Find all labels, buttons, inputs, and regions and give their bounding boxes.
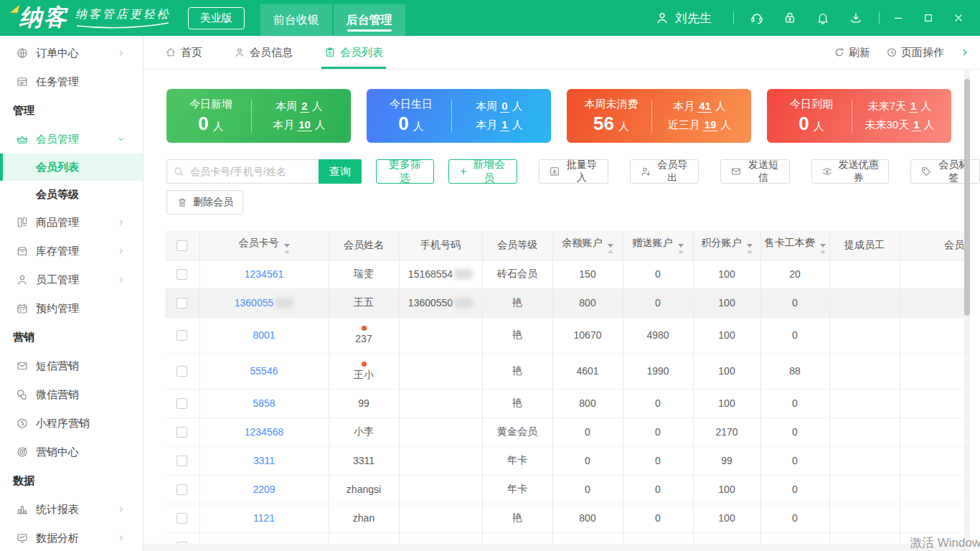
sidebar-item-0[interactable]: 订单中心 — [0, 39, 143, 67]
cell-level: 艳 — [482, 504, 552, 532]
sidebar-subitem-4[interactable]: 会员列表 — [0, 154, 143, 181]
member-card-link[interactable]: 1360055 — [235, 297, 274, 309]
sort-icon[interactable] — [284, 244, 290, 253]
sidebar-item-12[interactable]: 微信营销 — [0, 380, 143, 409]
tag-icon — [920, 166, 932, 177]
bell-icon[interactable] — [816, 11, 830, 25]
member-card-link[interactable]: 1121 — [253, 512, 275, 524]
user-menu[interactable]: 刘先生 — [655, 10, 712, 27]
member-card-link[interactable]: 55546 — [250, 365, 278, 377]
stat-row-value[interactable]: 0 — [500, 100, 509, 113]
sidebar-subitem-5[interactable]: 会员等级 — [0, 181, 143, 208]
delete-member-button[interactable]: 删除会员 — [166, 190, 243, 215]
sidebar-item-3[interactable]: 会员管理 — [0, 125, 143, 154]
column-header-7[interactable]: 售卡工本费 — [760, 231, 829, 260]
chevron-right-icon — [117, 218, 126, 227]
button-label: 新增会员 — [471, 158, 507, 185]
column-header-0[interactable]: 会员卡号 — [199, 231, 329, 260]
search-input[interactable] — [166, 159, 319, 184]
stat-card-title: 今日生日 — [390, 98, 433, 111]
stat-row-value[interactable]: 1 — [909, 100, 918, 113]
toolbar-row2: 删除会员 — [166, 190, 980, 215]
edition-button[interactable]: 美业版 — [188, 7, 245, 29]
topbar-tab-admin[interactable]: 后台管理 — [334, 4, 405, 36]
member-card-link[interactable]: 5858 — [253, 397, 275, 409]
sidebar-item-7[interactable]: 库存管理 — [0, 237, 143, 265]
window-controls — [892, 12, 964, 24]
headset-icon[interactable] — [750, 11, 764, 25]
send-coupon-button[interactable]: 发送优惠券 — [811, 159, 890, 184]
stat-row-value[interactable]: 1 — [500, 118, 509, 131]
add-member-button[interactable]: 新增会员 — [448, 159, 517, 184]
sidebar-item-1[interactable]: 任务管理 — [0, 67, 143, 96]
stat-row-value[interactable]: 2 — [300, 100, 308, 113]
page-action-refresh[interactable]: 刷新 — [834, 46, 870, 60]
column-header-6[interactable]: 积分账户 — [693, 231, 760, 260]
row-checkbox[interactable] — [176, 398, 187, 409]
sidebar-item-16[interactable]: 统计报表 — [0, 495, 143, 524]
miniapp-icon — [16, 417, 29, 430]
sort-icon[interactable] — [678, 244, 684, 253]
stat-card-breakdown: 未来7天1人未来30天1人 — [852, 100, 947, 132]
row-checkbox[interactable] — [176, 298, 187, 309]
row-checkbox[interactable] — [176, 269, 187, 280]
stat-row-unit: 人 — [512, 100, 523, 112]
member-card-link[interactable]: 1234568 — [245, 426, 284, 438]
page-action-operations[interactable]: 页面操作 — [886, 46, 944, 60]
row-checkbox[interactable] — [176, 427, 187, 438]
member-card-link[interactable]: 1234561 — [245, 268, 284, 280]
member-card-link[interactable]: 8001 — [253, 329, 275, 341]
sort-icon[interactable] — [747, 244, 753, 253]
member-card-link[interactable]: 3311 — [253, 455, 275, 466]
cell-fee: 0 — [760, 504, 829, 532]
row-checkbox[interactable] — [176, 456, 187, 466]
sidebar-item-label: 数据分析 — [36, 532, 79, 545]
marketing-icon — [16, 446, 29, 458]
sidebar-item-6[interactable]: 商品管理 — [0, 208, 143, 237]
sort-icon[interactable] — [608, 244, 613, 253]
minimize-icon[interactable] — [892, 12, 904, 24]
cell-gift: 0 — [623, 288, 693, 317]
stat-row-unit: 人 — [512, 118, 523, 131]
send-sms-button[interactable]: 发送短信 — [720, 159, 790, 184]
button-label: 批量导入 — [565, 159, 598, 184]
stat-card-breakdown: 本周0人本月1人 — [452, 100, 547, 132]
row-checkbox[interactable] — [176, 484, 187, 495]
sidebar-item-13[interactable]: 小程序营销 — [0, 409, 143, 438]
column-header-4[interactable]: 余额账户 — [552, 231, 623, 260]
topbar-tab-cashier[interactable]: 前台收银 — [260, 4, 332, 36]
stat-card-row: 本周0人 — [476, 100, 522, 113]
stat-row-value[interactable]: 41 — [697, 100, 712, 113]
stat-card-row: 本月1人 — [476, 118, 522, 132]
table-row: 1121zhan艳80001000 — [165, 504, 964, 532]
member-export-button[interactable]: 会员导出 — [630, 159, 699, 184]
chevron-right-icon[interactable] — [960, 47, 970, 57]
batch-import-button[interactable]: 批量导入 — [539, 159, 608, 184]
select-all-checkbox[interactable] — [176, 240, 187, 251]
row-checkbox[interactable] — [176, 330, 187, 341]
maximize-icon[interactable] — [923, 12, 934, 24]
row-checkbox[interactable] — [176, 513, 187, 524]
sidebar-item-17[interactable]: 数据分析 — [0, 524, 143, 551]
page-tab-1[interactable]: 会员信息 — [234, 36, 293, 69]
sidebar-item-14[interactable]: 营销中心 — [0, 438, 143, 466]
close-icon[interactable] — [953, 12, 964, 24]
import-icon — [549, 166, 560, 177]
sidebar-item-8[interactable]: 员工管理 — [0, 265, 143, 294]
stat-row-value[interactable]: 1 — [912, 118, 920, 131]
download-icon[interactable] — [849, 11, 863, 25]
lock-icon[interactable] — [783, 11, 797, 25]
scrollbar-thumb[interactable] — [964, 79, 970, 316]
more-filters-button[interactable]: 更多筛选 — [376, 159, 434, 184]
page-tab-0[interactable]: 首页 — [165, 36, 202, 69]
column-header-5[interactable]: 赠送账户 — [623, 231, 693, 260]
sidebar-item-11[interactable]: 短信营销 — [0, 352, 143, 380]
stat-row-value[interactable]: 10 — [297, 118, 312, 131]
sidebar-item-9[interactable]: 预约管理 — [0, 294, 143, 323]
page-tab-2[interactable]: 会员列表 — [324, 36, 383, 69]
row-checkbox[interactable] — [176, 366, 187, 377]
sort-icon[interactable] — [820, 244, 826, 253]
member-card-link[interactable]: 2209 — [253, 484, 275, 495]
query-button[interactable]: 查询 — [319, 159, 362, 184]
stat-row-value[interactable]: 19 — [703, 118, 718, 131]
